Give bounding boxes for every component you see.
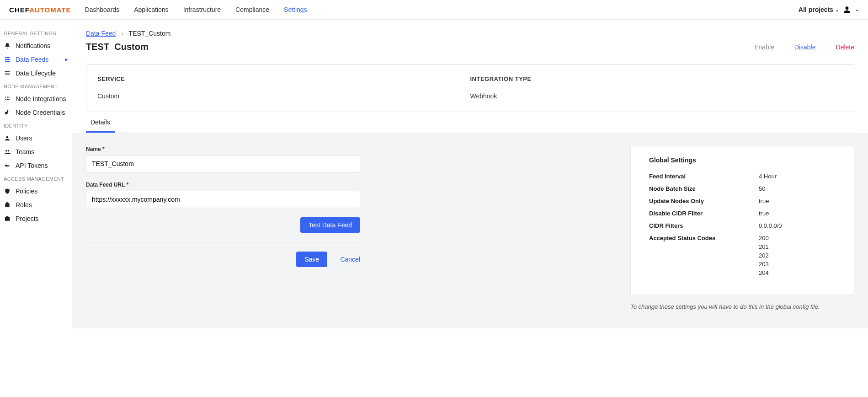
- role-icon: [4, 202, 11, 208]
- sidebar-item-teams[interactable]: Teams: [0, 145, 72, 159]
- sidebar-item-notifications[interactable]: Notifications: [0, 39, 72, 53]
- global-setting-row: Node Batch Size50: [649, 185, 836, 192]
- tab-details[interactable]: Details: [86, 112, 115, 133]
- topbar-right: All projects ⌄ ⌄: [799, 5, 859, 14]
- svg-point-17: [5, 150, 7, 152]
- topnav-item-settings[interactable]: Settings: [284, 6, 307, 13]
- logo: CHEFAUTOMATE: [9, 6, 71, 14]
- divider: [86, 242, 360, 242]
- topnav-item-compliance[interactable]: Compliance: [235, 6, 269, 13]
- global-setting-row: Update Nodes Onlytrue: [649, 198, 836, 204]
- breadcrumb-root[interactable]: Data Feed: [86, 30, 116, 37]
- user-icon: [4, 135, 11, 141]
- svg-point-8: [7, 97, 8, 97]
- global-setting-row: Disable CIDR Filtertrue: [649, 210, 836, 217]
- url-label: Data Feed URL *: [86, 182, 360, 188]
- sidebar-group-title: IDENTITY: [0, 119, 72, 131]
- triangle-right-icon: ▶: [65, 57, 68, 62]
- global-setting-value: 4 Hour: [759, 173, 777, 180]
- sidebar-item-label: Teams: [16, 148, 34, 156]
- status-code-value: 204: [759, 269, 769, 276]
- feed-icon: [4, 56, 11, 63]
- chevron-down-icon: ⌄: [835, 7, 839, 12]
- sidebar-item-label: Users: [16, 134, 32, 142]
- sidebar-item-node-integrations[interactable]: Node Integrations: [0, 92, 72, 106]
- svg-point-10: [5, 99, 6, 100]
- project-icon: [4, 215, 11, 222]
- status-code-value: 203: [759, 261, 769, 268]
- sidebar-item-data-feeds[interactable]: Data Feeds▶: [0, 53, 72, 66]
- key-icon: [4, 109, 11, 116]
- summary-service: SERVICE Custom: [97, 75, 470, 100]
- svg-rect-23: [6, 216, 9, 217]
- global-codes-label: Accepted Status Codes: [649, 235, 759, 278]
- global-setting-value: 0.0.0.0/0: [759, 222, 782, 229]
- topnav-item-applications[interactable]: Applications: [134, 6, 169, 13]
- global-settings-card: Global Settings Feed Interval4 HourNode …: [630, 146, 854, 295]
- tabs: Details: [86, 112, 854, 133]
- sidebar: GENERAL SETTINGSNotificationsData Feeds▶…: [0, 20, 72, 397]
- topnav-item-dashboards[interactable]: Dashboards: [85, 6, 120, 13]
- svg-point-16: [6, 136, 9, 138]
- sidebar-item-node-credentials[interactable]: Node Credentials: [0, 106, 72, 119]
- svg-point-7: [5, 97, 6, 97]
- global-setting-value: true: [759, 210, 769, 217]
- sidebar-item-roles[interactable]: Roles: [0, 198, 72, 212]
- breadcrumb-separator: ›: [121, 30, 123, 37]
- svg-rect-14: [7, 110, 8, 113]
- delete-button[interactable]: Delete: [836, 43, 854, 51]
- topnav-item-infrastructure[interactable]: Infrastructure: [183, 6, 221, 13]
- sidebar-item-api-tokens[interactable]: API Tokens: [0, 159, 72, 172]
- sidebar-group-title: NODE MANAGEMENT: [0, 80, 72, 92]
- svg-rect-1: [5, 57, 10, 58]
- sidebar-group-title: ACCESS MANAGEMENT: [0, 172, 72, 184]
- summary-card: SERVICE Custom INTEGRATION TYPE Webhook: [86, 64, 854, 112]
- global-setting-label: Update Nodes Only: [649, 198, 759, 204]
- integration-label: INTEGRATION TYPE: [470, 75, 843, 82]
- svg-rect-15: [8, 111, 9, 111]
- title-actions: Enable Disable Delete: [754, 43, 854, 51]
- status-code-value: 202: [759, 252, 769, 259]
- svg-rect-3: [5, 61, 10, 62]
- global-setting-row: Feed Interval4 Hour: [649, 173, 836, 180]
- svg-point-0: [846, 6, 849, 10]
- projects-dropdown[interactable]: All projects ⌄: [799, 6, 839, 13]
- sidebar-item-users[interactable]: Users: [0, 131, 72, 145]
- url-input[interactable]: [86, 191, 360, 208]
- breadcrumb-current: TEST_Custom: [129, 30, 171, 37]
- test-data-feed-button[interactable]: Test Data Feed: [300, 217, 360, 233]
- svg-rect-22: [5, 217, 10, 221]
- page-title: TEST_Custom: [86, 42, 149, 52]
- logo-chef: CHEF: [9, 6, 29, 14]
- sidebar-item-data-lifecycle[interactable]: Data Lifecycle: [0, 66, 72, 80]
- form-area: Name * Data Feed URL * Test Data Feed Sa…: [72, 133, 868, 328]
- svg-point-9: [8, 97, 9, 97]
- shield-icon: [4, 188, 11, 194]
- chevron-down-icon[interactable]: ⌄: [855, 7, 859, 12]
- name-input[interactable]: [86, 155, 360, 172]
- user-avatar-icon[interactable]: [842, 5, 852, 14]
- save-button[interactable]: Save: [296, 252, 327, 267]
- disable-button[interactable]: Disable: [794, 43, 816, 51]
- sidebar-item-label: Notifications: [16, 42, 50, 49]
- sidebar-item-projects[interactable]: Projects: [0, 212, 72, 225]
- form-left: Name * Data Feed URL * Test Data Feed Sa…: [86, 146, 360, 267]
- sidebar-item-label: Node Credentials: [16, 109, 65, 116]
- right-panel: Global Settings Feed Interval4 HourNode …: [621, 146, 854, 310]
- nodeint-icon: [4, 96, 11, 102]
- status-code-value: 200: [759, 235, 769, 241]
- cancel-button[interactable]: Cancel: [340, 256, 360, 263]
- logo-automate: AUTOMATE: [29, 6, 71, 14]
- svg-rect-2: [5, 59, 10, 60]
- sidebar-item-label: Data Feeds: [16, 56, 48, 63]
- global-setting-row: CIDR Filters0.0.0.0/0: [649, 222, 836, 229]
- global-codes-row: Accepted Status Codes 200201202203204: [649, 235, 836, 278]
- enable-button[interactable]: Enable: [754, 43, 774, 51]
- integration-value: Webhook: [470, 92, 843, 100]
- global-setting-label: Disable CIDR Filter: [649, 210, 759, 217]
- top-nav: DashboardsApplicationsInfrastructureComp…: [85, 6, 307, 13]
- sidebar-item-policies[interactable]: Policies: [0, 184, 72, 198]
- breadcrumb: Data Feed › TEST_Custom: [72, 20, 868, 42]
- test-row: Test Data Feed: [86, 217, 360, 233]
- global-setting-value: true: [759, 198, 769, 204]
